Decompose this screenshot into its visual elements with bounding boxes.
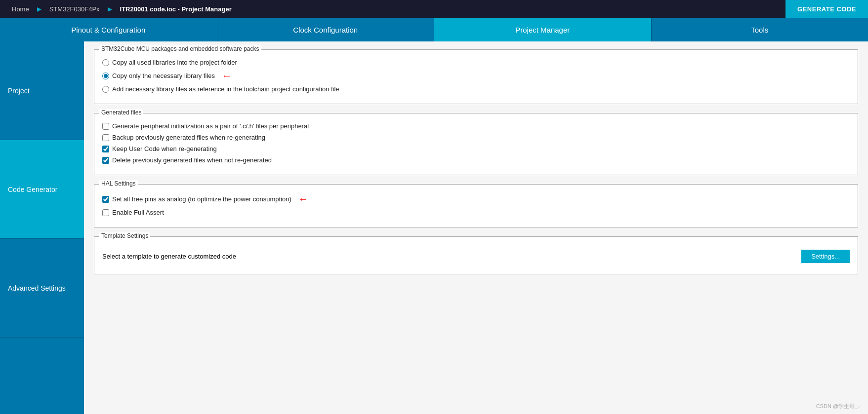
sidebar-item-code-generator[interactable]: Code Generator <box>0 140 84 239</box>
settings-button[interactable]: Settings... <box>801 250 850 263</box>
content-area: STM32Cube MCU packages and embedded soft… <box>84 41 868 414</box>
template-settings-row: Select a template to generate customized… <box>102 246 850 267</box>
label-peripheral-init[interactable]: Generate peripheral initialization as a … <box>112 122 309 130</box>
radio-copy-all-libraries[interactable] <box>102 59 109 66</box>
stm32cube-title: STM32Cube MCU packages and embedded soft… <box>99 45 261 52</box>
arrow-copy-necessary: ← <box>222 70 232 81</box>
label-delete-previously-generated[interactable]: Delete previously generated files when n… <box>112 156 272 164</box>
template-settings-content: Select a template to generate customized… <box>102 246 850 267</box>
top-navigation: Home ▸ STM32F030F4Px ▸ ITR20001 code.ioc… <box>0 0 868 18</box>
generated-files-option-2: Backup previously generated files when r… <box>102 134 850 141</box>
nav-home[interactable]: Home <box>5 0 36 18</box>
generated-files-option-3: Keep User Code when re-generating <box>102 145 850 152</box>
generate-code-button[interactable]: GENERATE CODE <box>785 0 868 18</box>
checkbox-enable-full-assert[interactable] <box>102 209 109 216</box>
label-add-as-reference[interactable]: Add necessary library files as reference… <box>112 85 339 93</box>
stm32cube-option-3: Add necessary library files as reference… <box>102 85 850 93</box>
label-copy-necessary-library[interactable]: Copy only the necessary library files <box>112 72 215 79</box>
radio-copy-necessary-library[interactable] <box>102 73 109 79</box>
stm32cube-option-2: Copy only the necessary library files ← <box>102 70 850 81</box>
arrow-set-free-pins: ← <box>298 193 308 205</box>
stm32cube-option-1: Copy all used libraries into the project… <box>102 59 850 66</box>
generated-files-title: Generated files <box>99 109 143 116</box>
checkbox-delete-previously-generated[interactable] <box>102 157 109 164</box>
sidebar-item-advanced-settings[interactable]: Advanced Settings <box>0 239 84 338</box>
main-layout: Project Code Generator Advanced Settings… <box>0 41 868 414</box>
tab-project-manager[interactable]: Project Manager <box>434 18 652 41</box>
nav-device[interactable]: STM32F030F4Px <box>42 0 107 18</box>
generated-files-options: Generate peripheral initialization as a … <box>102 122 850 164</box>
tab-bar: Pinout & Configuration Clock Configurati… <box>0 18 868 41</box>
label-copy-all-libraries[interactable]: Copy all used libraries into the project… <box>112 59 237 66</box>
label-set-free-pins[interactable]: Set all free pins as analog (to optimize… <box>112 195 291 203</box>
template-settings-section: Template Settings Select a template to g… <box>94 236 858 274</box>
nav-sep-2: ▸ <box>108 3 112 14</box>
checkbox-peripheral-init[interactable] <box>102 123 109 130</box>
hal-settings-options: Set all free pins as analog (to optimize… <box>102 193 850 216</box>
stm32cube-options: Copy all used libraries into the project… <box>102 59 850 93</box>
tab-tools[interactable]: Tools <box>652 18 868 41</box>
checkbox-set-free-pins[interactable] <box>102 196 109 203</box>
label-keep-user-code[interactable]: Keep User Code when re-generating <box>112 145 217 152</box>
sidebar: Project Code Generator Advanced Settings <box>0 41 84 414</box>
template-settings-title: Template Settings <box>99 232 150 239</box>
sidebar-item-project[interactable]: Project <box>0 41 84 140</box>
nav-sep-1: ▸ <box>37 3 41 14</box>
radio-add-as-reference[interactable] <box>102 86 109 93</box>
watermark: CSDN @学生哥_.- <box>816 403 861 410</box>
checkbox-keep-user-code[interactable] <box>102 146 109 152</box>
label-backup-files[interactable]: Backup previously generated files when r… <box>112 134 265 141</box>
tab-pinout[interactable]: Pinout & Configuration <box>0 18 217 41</box>
stm32cube-section: STM32Cube MCU packages and embedded soft… <box>94 49 858 104</box>
template-settings-description: Select a template to generate customized… <box>102 253 236 260</box>
tab-clock[interactable]: Clock Configuration <box>217 18 435 41</box>
hal-settings-option-1: Set all free pins as analog (to optimize… <box>102 193 850 205</box>
label-enable-full-assert[interactable]: Enable Full Assert <box>112 209 164 216</box>
generated-files-option-4: Delete previously generated files when n… <box>102 156 850 164</box>
hal-settings-section: HAL Settings Set all free pins as analog… <box>94 184 858 227</box>
generated-files-section: Generated files Generate peripheral init… <box>94 113 858 175</box>
hal-settings-option-2: Enable Full Assert <box>102 209 850 216</box>
checkbox-backup-files[interactable] <box>102 134 109 141</box>
hal-settings-title: HAL Settings <box>99 180 138 187</box>
nav-project[interactable]: ITR20001 code.ioc - Project Manager <box>113 0 239 18</box>
generated-files-option-1: Generate peripheral initialization as a … <box>102 122 850 130</box>
